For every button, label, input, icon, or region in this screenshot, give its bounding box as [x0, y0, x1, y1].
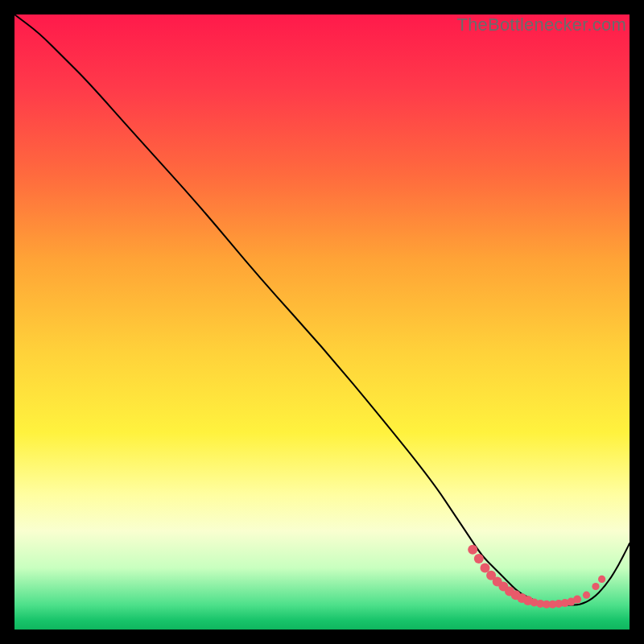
- data-marker: [592, 583, 599, 590]
- data-marker: [573, 596, 581, 604]
- plot-area: TheBottlenecker.com: [14, 14, 630, 630]
- bottleneck-curve-svg: [14, 14, 630, 630]
- chart-frame: TheBottlenecker.com: [0, 0, 644, 644]
- data-marker: [583, 592, 590, 599]
- data-markers: [468, 545, 605, 609]
- data-marker: [474, 554, 484, 564]
- data-marker: [481, 564, 490, 573]
- bottleneck-curve: [14, 14, 630, 605]
- data-marker: [598, 576, 605, 583]
- data-marker: [468, 545, 477, 555]
